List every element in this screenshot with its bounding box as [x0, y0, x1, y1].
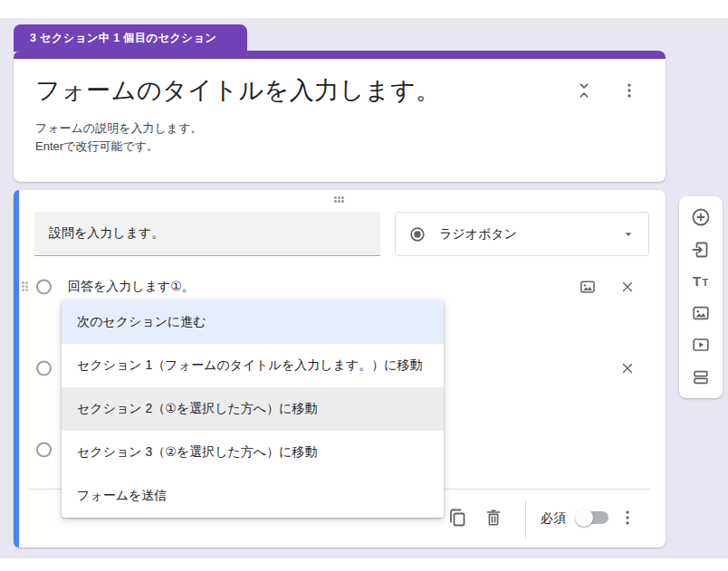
form-description-line2: Enterで改行可能です。: [35, 138, 202, 156]
svg-text:T: T: [703, 276, 709, 287]
kebab-menu-icon: [619, 81, 639, 100]
add-circle-icon: [690, 206, 712, 228]
question-type-label: ラジオボタン: [439, 226, 621, 243]
remove-option-2-button[interactable]: [617, 357, 638, 379]
add-section-icon: [691, 367, 711, 387]
menu-item-section-3[interactable]: セクション 3（②を選択した方へ）に移動: [62, 431, 444, 474]
toggle-knob: [575, 509, 593, 527]
question-text-input[interactable]: 設問を入力します。: [34, 212, 380, 256]
google-forms-editor: 3 セクション中 1 個目のセクション フォームのタイトルを入力します。 フォー…: [0, 0, 728, 571]
question-text: 設問を入力します。: [49, 225, 164, 242]
add-section-button[interactable]: [690, 366, 712, 388]
form-title-input[interactable]: フォームのタイトルを入力します。: [35, 74, 441, 107]
menu-item-section-2[interactable]: セクション 2（①を選択した方へ）に移動: [62, 387, 444, 431]
collapse-section-button[interactable]: [573, 80, 595, 101]
question-type-dropdown[interactable]: ラジオボタン: [395, 212, 649, 256]
menu-item-section-1[interactable]: セクション 1（フォームのタイトルを入力します。）に移動: [62, 344, 444, 387]
option-radio-icon: [36, 443, 52, 458]
question-drag-handle[interactable]: [334, 196, 345, 204]
add-image-button[interactable]: [690, 302, 712, 324]
duplicate-question-button[interactable]: [446, 507, 468, 528]
image-icon: [579, 278, 597, 296]
option-drag-handle[interactable]: [22, 281, 29, 292]
form-title-card[interactable]: フォームのタイトルを入力します。 フォームの説明を入力します。 Enterで改行…: [14, 51, 666, 182]
close-icon: [619, 360, 636, 376]
delete-question-button[interactable]: [483, 507, 504, 528]
title-card-actions: [573, 80, 640, 101]
editor-side-toolbar: T T: [679, 196, 723, 398]
close-icon: [619, 279, 636, 295]
option-radio-icon: [36, 280, 52, 295]
menu-item-next-section[interactable]: 次のセクションに進む: [62, 300, 444, 344]
duplicate-icon: [446, 507, 468, 528]
add-question-button[interactable]: [690, 206, 712, 228]
menu-item-submit-form[interactable]: フォームを送信: [62, 474, 444, 518]
section-header-strip: [14, 51, 666, 59]
add-title-description-button[interactable]: T T: [690, 271, 712, 292]
text-title-icon: T T: [690, 271, 712, 292]
trash-icon: [484, 508, 503, 528]
add-option-image-button[interactable]: [577, 276, 599, 298]
import-questions-icon: [690, 239, 712, 261]
kebab-menu-icon: [618, 508, 637, 528]
option-1-label[interactable]: 回答を入力します①。: [68, 279, 195, 295]
required-label: 必須: [541, 510, 566, 527]
svg-text:T: T: [693, 272, 701, 288]
form-description-input[interactable]: フォームの説明を入力します。 Enterで改行可能です。: [35, 119, 202, 156]
video-icon: [691, 335, 711, 355]
remove-option-1-button[interactable]: [617, 276, 638, 298]
image-icon: [691, 303, 711, 323]
form-description-line1: フォームの説明を入力します。: [35, 119, 202, 138]
section-tab-label: 3 セクション中 1 個目のセクション: [30, 31, 216, 46]
answer-option-1[interactable]: 回答を入力します①。: [14, 273, 666, 300]
import-questions-button[interactable]: [690, 239, 712, 261]
option-radio-icon: [36, 361, 52, 376]
footer-divider-vertical: [525, 500, 526, 538]
section-tab[interactable]: 3 セクション中 1 個目のセクション: [14, 24, 247, 52]
radio-button-icon: [408, 225, 426, 243]
go-to-section-menu: 次のセクションに進む セクション 1（フォームのタイトルを入力します。）に移動 …: [62, 300, 444, 518]
question-more-button[interactable]: [617, 507, 638, 528]
section-more-button[interactable]: [618, 80, 640, 101]
required-toggle[interactable]: [575, 509, 622, 527]
unfold-less-icon: [574, 81, 594, 100]
dropdown-caret-icon: [621, 227, 636, 242]
add-video-button[interactable]: [690, 334, 712, 356]
